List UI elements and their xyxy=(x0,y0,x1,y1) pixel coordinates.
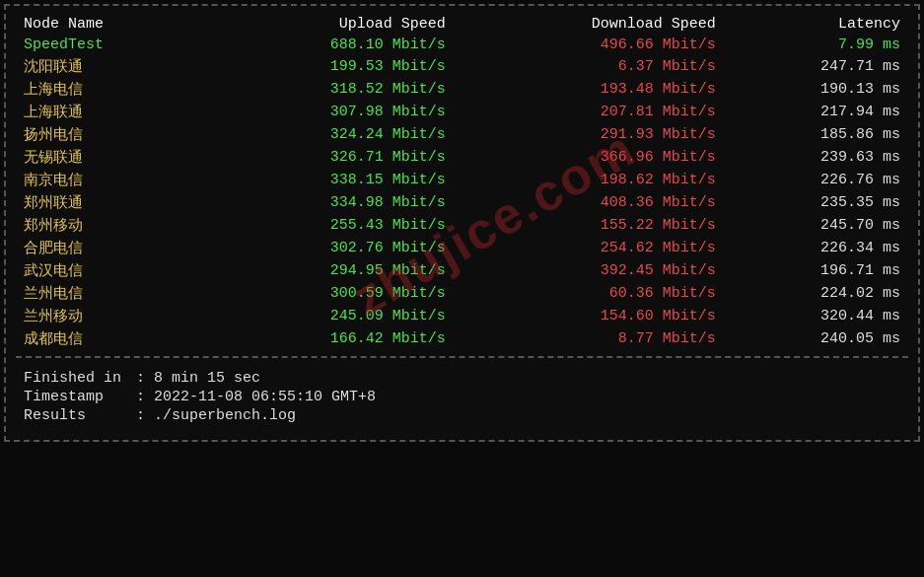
cell-latency: 239.63 ms xyxy=(724,146,908,169)
footer-results-row: Results : ./superbench.log xyxy=(24,407,900,424)
cell-upload: 318.52 Mbit/s xyxy=(200,78,454,101)
cell-latency: 247.71 ms xyxy=(724,55,908,78)
cell-node: 郑州移动 xyxy=(16,214,200,237)
cell-node: 上海联通 xyxy=(16,101,200,123)
col-header-latency: Latency xyxy=(724,14,908,35)
cell-latency: 245.70 ms xyxy=(724,214,908,237)
cell-upload: 338.15 Mbit/s xyxy=(200,169,454,191)
cell-latency: 235.35 ms xyxy=(724,191,908,214)
table-row: 沈阳联通199.53 Mbit/s6.37 Mbit/s247.71 ms xyxy=(16,55,908,78)
cell-download: 154.60 Mbit/s xyxy=(454,305,724,327)
cell-node: 兰州电信 xyxy=(16,282,200,305)
terminal-window: zhujice.com Node Name Upload Speed Downl… xyxy=(4,4,920,442)
divider-footer xyxy=(16,356,908,358)
footer-finished-value: : 8 min 15 sec xyxy=(136,370,260,387)
cell-download: 198.62 Mbit/s xyxy=(454,169,724,191)
cell-upload: 326.71 Mbit/s xyxy=(200,146,454,169)
table-row: 成都电信166.42 Mbit/s8.77 Mbit/s240.05 ms xyxy=(16,327,908,350)
cell-download: 392.45 Mbit/s xyxy=(454,259,724,282)
cell-latency: 320.44 ms xyxy=(724,305,908,327)
footer-timestamp-row: Timestamp : 2022-11-08 06:55:10 GMT+8 xyxy=(24,389,900,405)
table-row: 扬州电信324.24 Mbit/s291.93 Mbit/s185.86 ms xyxy=(16,123,908,146)
cell-download: 6.37 Mbit/s xyxy=(454,55,724,78)
table-row: 郑州移动255.43 Mbit/s155.22 Mbit/s245.70 ms xyxy=(16,214,908,237)
cell-upload: 294.95 Mbit/s xyxy=(200,259,454,282)
cell-download: 207.81 Mbit/s xyxy=(454,101,724,123)
cell-node: 兰州移动 xyxy=(16,305,200,327)
table-row: SpeedTest688.10 Mbit/s496.66 Mbit/s7.99 … xyxy=(16,35,908,55)
col-header-upload: Upload Speed xyxy=(200,14,454,35)
cell-download: 291.93 Mbit/s xyxy=(454,123,724,146)
cell-download: 496.66 Mbit/s xyxy=(454,35,724,55)
cell-node: 上海电信 xyxy=(16,78,200,101)
cell-upload: 199.53 Mbit/s xyxy=(200,55,454,78)
cell-node: 南京电信 xyxy=(16,169,200,191)
cell-node: 沈阳联通 xyxy=(16,55,200,78)
footer-section: Finished in : 8 min 15 sec Timestamp : 2… xyxy=(16,364,908,432)
table-row: 郑州联通334.98 Mbit/s408.36 Mbit/s235.35 ms xyxy=(16,191,908,214)
cell-download: 193.48 Mbit/s xyxy=(454,78,724,101)
footer-timestamp-value: : 2022-11-08 06:55:10 GMT+8 xyxy=(136,389,376,405)
table-row: 兰州电信300.59 Mbit/s60.36 Mbit/s224.02 ms xyxy=(16,282,908,305)
cell-upload: 324.24 Mbit/s xyxy=(200,123,454,146)
cell-download: 254.62 Mbit/s xyxy=(454,237,724,259)
table-row: 武汉电信294.95 Mbit/s392.45 Mbit/s196.71 ms xyxy=(16,259,908,282)
cell-upload: 307.98 Mbit/s xyxy=(200,101,454,123)
table-row: 上海联通307.98 Mbit/s207.81 Mbit/s217.94 ms xyxy=(16,101,908,123)
footer-finished-row: Finished in : 8 min 15 sec xyxy=(24,370,900,387)
cell-upload: 688.10 Mbit/s xyxy=(200,35,454,55)
cell-latency: 185.86 ms xyxy=(724,123,908,146)
cell-node: 武汉电信 xyxy=(16,259,200,282)
cell-node: 扬州电信 xyxy=(16,123,200,146)
cell-node: 无锡联通 xyxy=(16,146,200,169)
cell-latency: 226.34 ms xyxy=(724,237,908,259)
cell-download: 8.77 Mbit/s xyxy=(454,327,724,350)
cell-latency: 190.13 ms xyxy=(724,78,908,101)
cell-node: 合肥电信 xyxy=(16,237,200,259)
speed-table: Node Name Upload Speed Download Speed La… xyxy=(16,14,908,350)
cell-upload: 334.98 Mbit/s xyxy=(200,191,454,214)
cell-latency: 240.05 ms xyxy=(724,327,908,350)
cell-node: 郑州联通 xyxy=(16,191,200,214)
cell-upload: 245.09 Mbit/s xyxy=(200,305,454,327)
footer-results-value: : ./superbench.log xyxy=(136,407,296,424)
cell-node: 成都电信 xyxy=(16,327,200,350)
col-header-node: Node Name xyxy=(16,14,200,35)
cell-upload: 300.59 Mbit/s xyxy=(200,282,454,305)
table-row: 南京电信338.15 Mbit/s198.62 Mbit/s226.76 ms xyxy=(16,169,908,191)
cell-latency: 196.71 ms xyxy=(724,259,908,282)
cell-download: 408.36 Mbit/s xyxy=(454,191,724,214)
table-row: 无锡联通326.71 Mbit/s366.96 Mbit/s239.63 ms xyxy=(16,146,908,169)
cell-upload: 302.76 Mbit/s xyxy=(200,237,454,259)
cell-download: 155.22 Mbit/s xyxy=(454,214,724,237)
cell-latency: 7.99 ms xyxy=(724,35,908,55)
footer-results-label: Results xyxy=(24,407,132,424)
cell-node: SpeedTest xyxy=(16,35,200,55)
col-header-download: Download Speed xyxy=(454,14,724,35)
cell-download: 60.36 Mbit/s xyxy=(454,282,724,305)
footer-timestamp-label: Timestamp xyxy=(24,389,132,405)
table-row: 兰州移动245.09 Mbit/s154.60 Mbit/s320.44 ms xyxy=(16,305,908,327)
cell-latency: 224.02 ms xyxy=(724,282,908,305)
cell-latency: 217.94 ms xyxy=(724,101,908,123)
table-row: 上海电信318.52 Mbit/s193.48 Mbit/s190.13 ms xyxy=(16,78,908,101)
footer-finished-label: Finished in xyxy=(24,370,132,387)
table-row: 合肥电信302.76 Mbit/s254.62 Mbit/s226.34 ms xyxy=(16,237,908,259)
cell-upload: 166.42 Mbit/s xyxy=(200,327,454,350)
table-header-row: Node Name Upload Speed Download Speed La… xyxy=(16,14,908,35)
cell-upload: 255.43 Mbit/s xyxy=(200,214,454,237)
cell-latency: 226.76 ms xyxy=(724,169,908,191)
cell-download: 366.96 Mbit/s xyxy=(454,146,724,169)
